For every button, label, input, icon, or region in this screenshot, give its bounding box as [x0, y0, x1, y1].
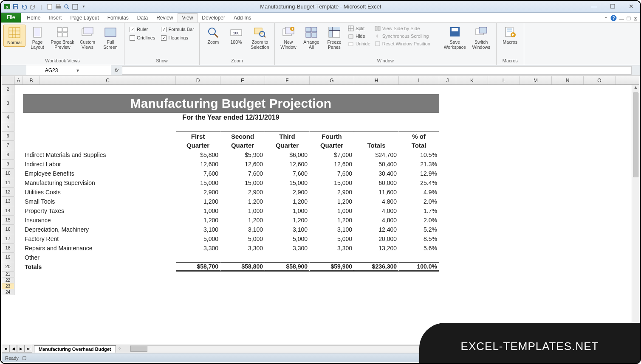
- row-label[interactable]: Insurance: [23, 216, 176, 225]
- freeze-panes-button[interactable]: Freeze Panes: [323, 25, 345, 50]
- qat-icon-print[interactable]: [54, 3, 62, 11]
- zoom-100-button[interactable]: 100 100%: [225, 25, 247, 46]
- scroll-thumb[interactable]: [633, 92, 638, 177]
- zoom-selection-button[interactable]: Zoom to Selection: [248, 25, 272, 50]
- cell[interactable]: 5,000: [220, 234, 265, 244]
- row-label[interactable]: Indirect Labor: [23, 160, 176, 169]
- hide-button[interactable]: Hide: [348, 32, 370, 39]
- column-header[interactable]: E: [220, 76, 265, 84]
- wb-close-icon[interactable]: ⊠: [633, 16, 638, 22]
- undo-icon[interactable]: [20, 3, 28, 11]
- wb-restore-icon[interactable]: ❐: [627, 16, 631, 22]
- cell[interactable]: [14, 169, 23, 178]
- cell[interactable]: 7,600: [220, 169, 265, 178]
- cell[interactable]: 12,600: [265, 160, 310, 169]
- row-header[interactable]: 20: [2, 262, 14, 272]
- cell[interactable]: [14, 234, 23, 244]
- cell[interactable]: 5,000: [265, 234, 310, 244]
- cell[interactable]: 1,200: [265, 216, 310, 225]
- new-window-button[interactable]: ✦ New Window: [277, 25, 299, 50]
- cell[interactable]: 12,400: [354, 225, 399, 234]
- cell[interactable]: 7,600: [176, 169, 220, 178]
- row-header[interactable]: 16: [2, 225, 14, 234]
- gridlines-checkbox[interactable]: Gridlines: [130, 34, 155, 42]
- cell[interactable]: 3,300: [265, 244, 310, 253]
- view-side-by-side-button[interactable]: View Side by Side: [375, 25, 439, 32]
- cell[interactable]: 3,100: [220, 225, 265, 234]
- row-header[interactable]: 23: [2, 283, 14, 289]
- cell[interactable]: 5,000: [310, 234, 354, 244]
- cell[interactable]: 21.3%: [399, 160, 439, 169]
- cell[interactable]: 3,100: [176, 225, 220, 234]
- name-box-dropdown-icon[interactable]: ▾: [75, 67, 81, 73]
- row-header[interactable]: 7: [2, 141, 14, 150]
- row-header[interactable]: 19: [2, 253, 14, 262]
- cell[interactable]: [399, 253, 439, 262]
- cell[interactable]: [265, 253, 310, 262]
- wb-minimize-icon[interactable]: —: [619, 16, 624, 21]
- cell[interactable]: Quarter: [310, 141, 354, 150]
- cell[interactable]: 4,000: [354, 206, 399, 216]
- cell[interactable]: 1,000: [176, 206, 220, 216]
- row-label[interactable]: Repairs and Maintenance: [23, 244, 176, 253]
- column-header[interactable]: G: [310, 76, 354, 84]
- cell[interactable]: 20,000: [354, 234, 399, 244]
- column-header[interactable]: B: [23, 76, 40, 84]
- cell[interactable]: [14, 283, 609, 289]
- row-header[interactable]: 5: [2, 122, 14, 132]
- cell[interactable]: 1,200: [310, 216, 354, 225]
- cell[interactable]: 1,000: [265, 206, 310, 216]
- cell[interactable]: $59,900: [310, 262, 354, 272]
- cell[interactable]: 100.0%: [399, 262, 439, 272]
- cell[interactable]: 15,000: [265, 178, 310, 188]
- hscroll-thumb[interactable]: [130, 346, 147, 352]
- cell[interactable]: 1,200: [265, 197, 310, 206]
- cell[interactable]: Totals: [23, 262, 176, 272]
- row-header[interactable]: 2: [2, 85, 14, 94]
- cell[interactable]: [14, 225, 23, 234]
- cell[interactable]: 5.2%: [399, 225, 439, 234]
- row-label[interactable]: Depreciation, Machinery: [23, 225, 176, 234]
- cell[interactable]: $24,700: [354, 150, 399, 160]
- qat-icon-page[interactable]: [46, 3, 54, 11]
- cell[interactable]: Second: [220, 132, 265, 141]
- cell[interactable]: [14, 188, 23, 197]
- cell[interactable]: [14, 178, 23, 188]
- row-header[interactable]: 15: [2, 216, 14, 225]
- spreadsheet-grid[interactable]: ABCDEFGHIJKLMNO 23Manufacturing Budget P…: [2, 76, 639, 344]
- macros-button[interactable]: Macros: [499, 25, 521, 46]
- cell[interactable]: 2,900: [310, 188, 354, 197]
- cell[interactable]: 1,200: [310, 197, 354, 206]
- qat-dropdown-icon[interactable]: ▼: [80, 3, 88, 11]
- tab-formulas[interactable]: Formulas: [103, 13, 133, 22]
- cell[interactable]: 1,000: [310, 206, 354, 216]
- column-header[interactable]: F: [265, 76, 310, 84]
- maximize-button[interactable]: ☐: [606, 2, 619, 11]
- close-button[interactable]: ✕: [625, 2, 638, 11]
- cell[interactable]: [176, 253, 220, 262]
- minimize-button[interactable]: —: [587, 2, 600, 11]
- column-header[interactable]: D: [176, 76, 220, 84]
- document-title[interactable]: Manufacturing Budget Projection: [23, 94, 439, 113]
- sheet-nav-prev[interactable]: ◀: [9, 345, 17, 353]
- cell[interactable]: 12,600: [176, 160, 220, 169]
- tab-data[interactable]: Data: [133, 13, 152, 22]
- cell[interactable]: 1,200: [176, 216, 220, 225]
- sync-scroll-button[interactable]: Synchronous Scrolling: [375, 32, 439, 39]
- cell[interactable]: [354, 132, 399, 141]
- column-header[interactable]: J: [439, 76, 456, 84]
- tab-home[interactable]: Home: [23, 13, 45, 22]
- cell[interactable]: 7,600: [310, 169, 354, 178]
- normal-view-button[interactable]: Normal: [3, 25, 25, 47]
- redo-icon[interactable]: [29, 3, 37, 11]
- cell[interactable]: $236,300: [354, 262, 399, 272]
- cell[interactable]: First: [176, 132, 220, 141]
- page-break-button[interactable]: Page Break Preview: [49, 25, 76, 50]
- ruler-checkbox[interactable]: ✓Ruler: [130, 25, 155, 33]
- cell[interactable]: [14, 277, 609, 283]
- sheet-nav-next[interactable]: ▶: [17, 345, 25, 353]
- tab-page-layout[interactable]: Page Layout: [66, 13, 103, 22]
- vertical-scrollbar[interactable]: ▲ ▼: [632, 85, 639, 344]
- cell[interactable]: 60,000: [354, 178, 399, 188]
- column-header[interactable]: C: [40, 76, 176, 84]
